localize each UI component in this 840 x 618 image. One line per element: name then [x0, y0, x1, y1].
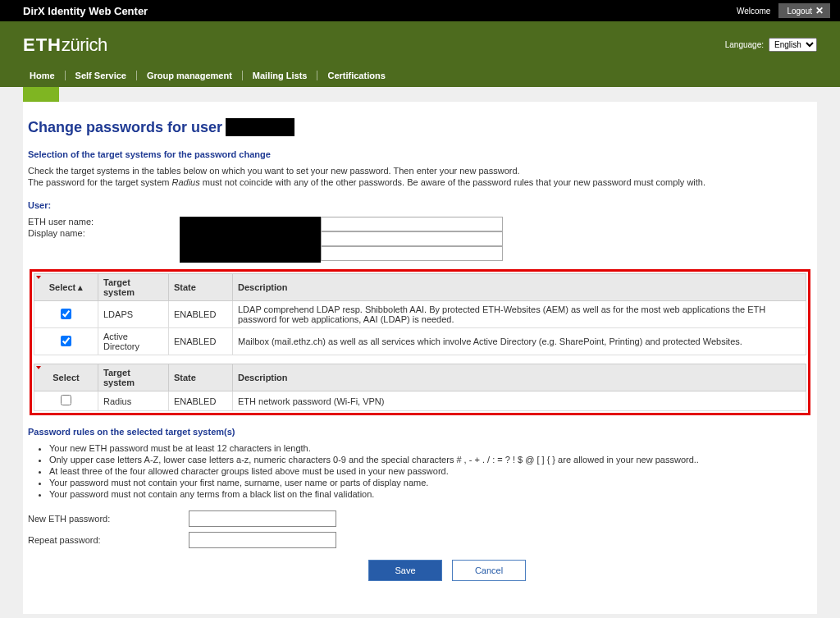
- page-title: Change passwords for user: [28, 118, 812, 136]
- checkbox-active-directory[interactable]: [61, 336, 71, 346]
- welcome-text: Welcome: [737, 7, 771, 16]
- active-tab-indicator: [23, 87, 59, 102]
- language-select[interactable]: English: [769, 38, 817, 52]
- table-row: Active Directory ENABLED Mailbox (mail.e…: [34, 328, 806, 355]
- rule-item: Your password must not contain any terms…: [49, 489, 812, 499]
- label-new-password: New ETH password:: [28, 514, 189, 524]
- description-field[interactable]: [321, 246, 503, 261]
- nav-home[interactable]: Home: [23, 71, 66, 80]
- rules-list: Your new ETH password must be at least 1…: [49, 443, 812, 499]
- eth-user-name-field[interactable]: [321, 217, 503, 231]
- rule-item: Your password must not contain your firs…: [49, 478, 812, 488]
- checkbox-ldaps[interactable]: [61, 309, 71, 319]
- top-bar: DirX Identity Web Center Welcome Logout …: [0, 0, 840, 21]
- label-display-name: Display name:: [28, 228, 180, 238]
- app-title: DirX Identity Web Center: [23, 5, 148, 17]
- col-target[interactable]: Target system: [98, 274, 169, 301]
- logout-label: Logout: [787, 7, 812, 16]
- checkbox-radius[interactable]: [61, 395, 71, 405]
- close-icon: ✕: [815, 5, 824, 16]
- label-eth-user-name: ETH user name:: [28, 217, 180, 227]
- table-row: LDAPS ENABLED LDAP comprehend LDAP resp.…: [34, 301, 806, 328]
- instruction-2: The password for the target system Radiu…: [28, 177, 812, 187]
- rule-item: Your new ETH password must be at least 1…: [49, 443, 812, 453]
- instruction-1: Check the target systems in the tables b…: [28, 166, 812, 176]
- logout-button[interactable]: Logout ✕: [778, 3, 830, 18]
- col-description[interactable]: Description: [233, 274, 806, 301]
- main-nav: Home Self Service Group management Maili…: [23, 71, 817, 87]
- display-name-field[interactable]: [321, 231, 503, 246]
- eth-logo: ETHzürich: [23, 34, 107, 56]
- rule-item: Only upper case letters A-Z, lower case …: [49, 455, 812, 465]
- redacted-username: [226, 118, 294, 136]
- nav-self-service[interactable]: Self Service: [66, 71, 137, 80]
- target-systems-box: Select ▴ Target system State Description…: [30, 269, 810, 415]
- user-heading: User:: [28, 200, 812, 210]
- table-row: Radius ENABLED ETH network password (Wi-…: [34, 391, 806, 411]
- col-select[interactable]: Select ▴: [34, 274, 98, 301]
- col-select-2[interactable]: Select: [34, 364, 98, 391]
- col-state[interactable]: State: [169, 274, 233, 301]
- rules-heading: Password rules on the selected target sy…: [28, 427, 812, 437]
- label-repeat-password: Repeat password:: [28, 535, 189, 545]
- nav-group-management[interactable]: Group management: [137, 71, 243, 80]
- nav-certifications[interactable]: Certifications: [317, 71, 395, 80]
- col-description-2[interactable]: Description: [233, 364, 806, 391]
- rule-item: At least three of the four allowed chara…: [49, 466, 812, 476]
- target-systems-table-2: Select Target system State Description R…: [34, 364, 806, 411]
- save-button[interactable]: Save: [368, 560, 442, 581]
- col-state-2[interactable]: State: [169, 364, 233, 391]
- col-target-2[interactable]: Target system: [98, 364, 169, 391]
- language-label: Language:: [725, 40, 764, 49]
- target-systems-table-1: Select ▴ Target system State Description…: [34, 273, 806, 355]
- new-password-input[interactable]: [189, 510, 336, 527]
- nav-mailing-lists[interactable]: Mailing Lists: [243, 71, 318, 80]
- repeat-password-input[interactable]: [189, 532, 336, 548]
- header-bar: ETHzürich Language: English Home Self Se…: [0, 21, 840, 87]
- main-content: Change passwords for user Selection of t…: [23, 102, 817, 614]
- cancel-button[interactable]: Cancel: [452, 560, 526, 581]
- redacted-user-values: [180, 217, 321, 263]
- language-selector: Language: English: [725, 38, 817, 52]
- section-selection-heading: Selection of the target systems for the …: [28, 149, 812, 159]
